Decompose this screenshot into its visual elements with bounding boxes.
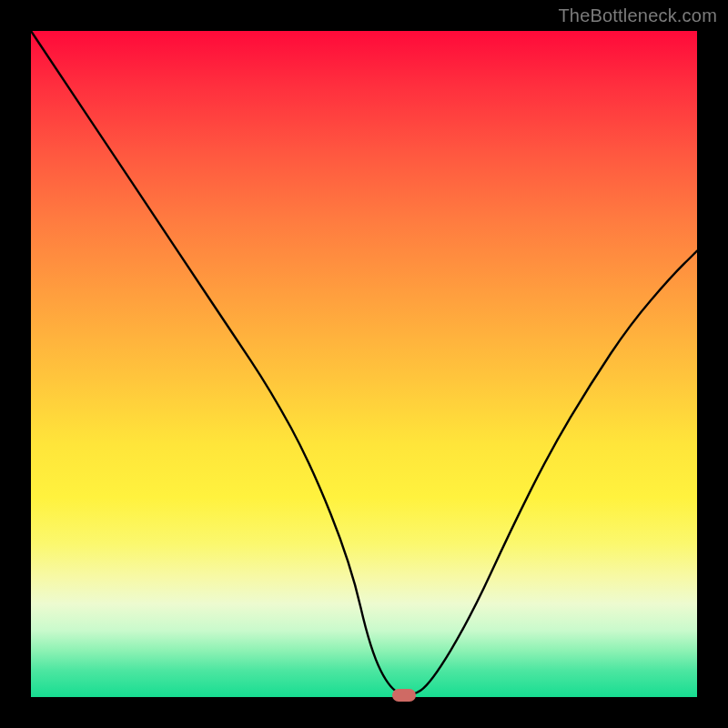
- chart-frame: TheBottleneck.com: [0, 0, 728, 728]
- watermark-text: TheBottleneck.com: [558, 5, 717, 26]
- curve-layer: [31, 31, 697, 697]
- bottleneck-curve: [31, 31, 697, 695]
- optimum-marker: [392, 689, 416, 702]
- plot-area: [31, 31, 697, 697]
